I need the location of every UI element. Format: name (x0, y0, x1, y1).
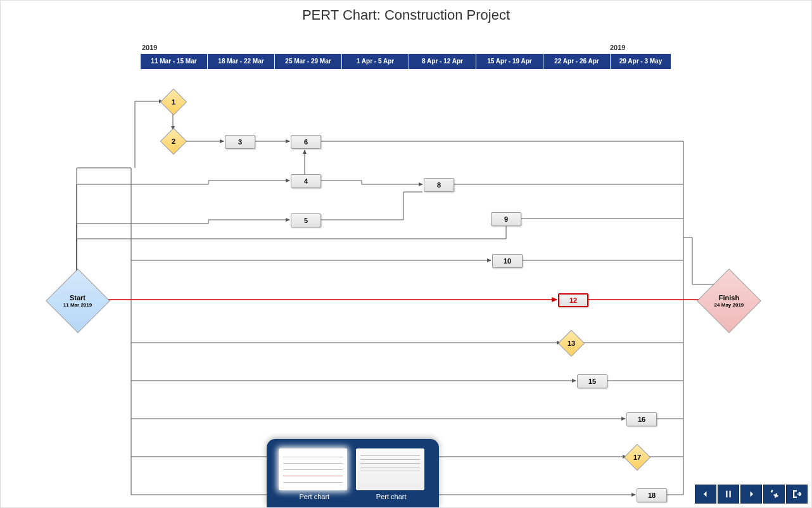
week-cell: 25 Mar - 29 Mar (275, 54, 342, 69)
thumb-pert-diagram[interactable]: Pert chart (279, 448, 350, 500)
week-cell: 8 Apr - 12 Apr (409, 54, 476, 69)
task-6[interactable]: 6 (291, 135, 321, 149)
milestone-13[interactable]: 13 (558, 330, 585, 357)
task-5[interactable]: 5 (291, 213, 321, 227)
thumb-label: Pert chart (376, 493, 407, 500)
week-cell: 11 Mar - 15 Mar (141, 54, 208, 69)
week-cell: 15 Apr - 19 Apr (476, 54, 543, 69)
view-switcher: Pert chart Pert chart (267, 439, 439, 507)
milestone-2[interactable]: 2 (160, 128, 187, 155)
task-16[interactable]: 16 (626, 412, 657, 426)
week-cell: 29 Apr - 3 May (611, 54, 671, 69)
task-15[interactable]: 15 (577, 374, 607, 388)
task-4[interactable]: 4 (291, 174, 321, 188)
task-8[interactable]: 8 (424, 178, 454, 192)
task-3[interactable]: 3 (225, 135, 255, 149)
connectors-layer (1, 27, 812, 508)
milestone-17[interactable]: 17 (624, 444, 650, 471)
settings-button[interactable] (763, 485, 785, 504)
task-12-critical[interactable]: 12 (558, 293, 588, 307)
week-cell: 1 Apr - 5 Apr (342, 54, 409, 69)
thumb-label: Pert chart (299, 493, 329, 500)
pause-button[interactable] (718, 485, 739, 504)
thumb-pert-table[interactable]: Pert chart (356, 448, 427, 500)
prev-button[interactable] (695, 485, 716, 504)
diagram-canvas: 2019 2019 11 Mar - 15 Mar 18 Mar - 22 Ma… (1, 27, 812, 502)
finish-node[interactable]: Finish24 May 2019 (697, 269, 761, 333)
milestone-1[interactable]: 1 (160, 89, 187, 115)
exit-button[interactable] (786, 485, 808, 504)
next-button[interactable] (740, 485, 762, 504)
year-left: 2019 (142, 44, 157, 51)
start-node[interactable]: Start11 Mar 2019 (46, 269, 110, 333)
page-title: PERT Chart: Construction Project (1, 1, 811, 27)
task-18[interactable]: 18 (637, 488, 667, 502)
presentation-toolbar (695, 485, 808, 504)
year-right: 2019 (610, 44, 625, 51)
task-10[interactable]: 10 (492, 254, 523, 268)
task-9[interactable]: 9 (491, 212, 521, 226)
week-cell: 18 Mar - 22 Mar (208, 54, 275, 69)
week-cell: 22 Apr - 26 Apr (543, 54, 611, 69)
